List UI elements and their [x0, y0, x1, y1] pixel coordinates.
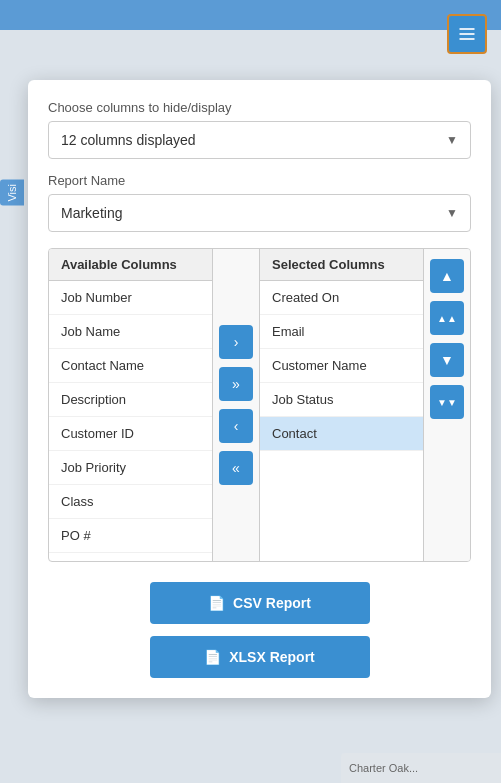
chevron-down-icon-2: ▼	[446, 206, 458, 220]
csv-report-label: CSV Report	[233, 595, 311, 611]
columns-displayed-dropdown[interactable]: 12 columns displayed ▼	[48, 121, 471, 159]
csv-report-button[interactable]: 📄 CSV Report	[150, 582, 370, 624]
list-item[interactable]: Created On	[260, 281, 423, 315]
xlsx-report-label: XLSX Report	[229, 649, 315, 665]
svg-rect-2	[460, 38, 475, 40]
list-item[interactable]: Email	[260, 315, 423, 349]
move-all-right-button[interactable]: »	[219, 367, 253, 401]
report-name-label: Report Name	[48, 173, 471, 188]
xlsx-report-button[interactable]: 📄 XLSX Report	[150, 636, 370, 678]
top-bar	[0, 0, 501, 30]
selected-columns-panel: Selected Columns Created OnEmailCustomer…	[260, 249, 423, 561]
columns-displayed-value: 12 columns displayed	[61, 132, 196, 148]
available-columns-list[interactable]: Job NumberJob NameContact NameDescriptio…	[49, 281, 212, 561]
svg-rect-1	[460, 33, 475, 35]
list-item[interactable]: Class	[49, 485, 212, 519]
available-columns-panel: Available Columns Job NumberJob NameCont…	[49, 249, 212, 561]
report-name-dropdown[interactable]: Marketing ▼	[48, 194, 471, 232]
list-item[interactable]: Customer ID	[49, 417, 212, 451]
move-up-button[interactable]: ▲▲	[430, 301, 464, 335]
list-item[interactable]: Description	[49, 383, 212, 417]
report-name-value: Marketing	[61, 205, 122, 221]
selected-columns-header: Selected Columns	[260, 249, 423, 281]
available-columns-header: Available Columns	[49, 249, 212, 281]
middle-buttons-panel: › » ‹ «	[212, 249, 260, 561]
list-item[interactable]: Job Name	[49, 315, 212, 349]
side-label: Visi	[0, 180, 24, 206]
csv-file-icon: 📄	[208, 595, 225, 611]
move-all-left-button[interactable]: «	[219, 451, 253, 485]
column-toggle-button[interactable]	[447, 14, 487, 54]
list-item[interactable]: Job Status	[260, 383, 423, 417]
list-item[interactable]: First Name	[49, 553, 212, 561]
move-left-button[interactable]: ‹	[219, 409, 253, 443]
move-down-button[interactable]: ▼	[430, 343, 464, 377]
move-right-button[interactable]: ›	[219, 325, 253, 359]
column-selector-modal: Choose columns to hide/display 12 column…	[28, 80, 491, 698]
chevron-down-icon: ▼	[446, 133, 458, 147]
list-item[interactable]: Contact	[260, 417, 423, 451]
selected-columns-list[interactable]: Created OnEmailCustomer NameJob StatusCo…	[260, 281, 423, 561]
list-item[interactable]: Contact Name	[49, 349, 212, 383]
xlsx-file-icon: 📄	[204, 649, 221, 665]
footer-buttons: 📄 CSV Report 📄 XLSX Report	[48, 582, 471, 678]
svg-rect-0	[460, 28, 475, 30]
list-item[interactable]: Job Priority	[49, 451, 212, 485]
list-item[interactable]: Customer Name	[260, 349, 423, 383]
bottom-hint: Charter Oak...	[341, 753, 501, 783]
move-bottom-button[interactable]: ▼▼	[430, 385, 464, 419]
move-top-button[interactable]: ▲	[430, 259, 464, 293]
choose-columns-label: Choose columns to hide/display	[48, 100, 471, 115]
list-item[interactable]: PO #	[49, 519, 212, 553]
list-item[interactable]: Job Number	[49, 281, 212, 315]
right-buttons-panel: ▲ ▲▲ ▼ ▼▼	[423, 249, 470, 561]
columns-layout: Available Columns Job NumberJob NameCont…	[48, 248, 471, 562]
list-icon	[457, 24, 477, 44]
